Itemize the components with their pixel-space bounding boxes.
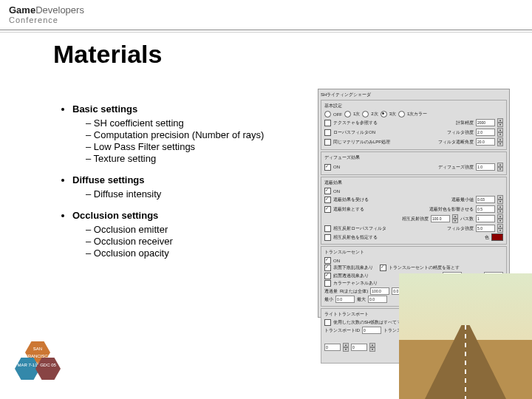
spinner[interactable]: ▴▾	[497, 195, 503, 204]
sub-bullet: Computation precision (Number of rays)	[86, 129, 296, 140]
checkbox[interactable]	[324, 234, 331, 241]
divider	[0, 30, 532, 33]
on-checkbox[interactable]	[324, 164, 331, 171]
radio-label: 1次	[353, 111, 360, 117]
basic-title: 基本設定	[324, 103, 503, 109]
gdc-badge: SAN FRANCISCO CA MAR 7-11 GDC 05	[15, 341, 59, 386]
radio-label: OFF	[333, 112, 342, 117]
chk-label: 遮蔽効果を受ける	[333, 197, 369, 203]
chk-label: カラーチャンネルあり	[333, 280, 378, 287]
field-label: フィルタ遮断角度	[438, 139, 474, 146]
field-label: R(または全体)	[340, 288, 368, 295]
bullet-item: Basic settingsSH coefficient settingComp…	[72, 103, 296, 164]
trans-input[interactable]: 100.0	[370, 287, 389, 295]
field-label: フィルタ強度	[447, 225, 474, 232]
chk-label: 遮蔽対象とする	[333, 206, 364, 213]
field-label: 遮蔽最小値	[451, 197, 474, 203]
spinner[interactable]: ▴▾	[343, 343, 349, 352]
field-label: フィルタ強度	[447, 129, 474, 136]
spinner[interactable]: ▴▾	[369, 343, 375, 352]
basic-group: 基本設定 OFF1次2次3次1次カラー テクスチャを参照する計算精度2000▴▾…	[321, 100, 507, 150]
radio-button[interactable]	[398, 111, 405, 117]
checkbox[interactable]	[324, 319, 331, 326]
panel-top-title: SHライティングシェーダ	[321, 92, 507, 98]
checkbox[interactable]	[324, 120, 331, 126]
brand-conf: Conference	[9, 16, 84, 24]
spinner[interactable]: ▴▾	[497, 128, 503, 137]
on-label: ON	[333, 259, 340, 263]
trans-title: トランスルーセント	[324, 249, 503, 256]
checkbox[interactable]	[324, 280, 331, 287]
angle-input[interactable]: 20.0	[476, 138, 495, 146]
sub-bullet: Diffuse intensity	[86, 188, 296, 200]
chk-label: ローパスフィルタON	[333, 129, 375, 136]
spinner[interactable]: ▴▾	[497, 224, 503, 233]
diffuse-group: ディフューズ効果 ONディフューズ強度1.0▴▾	[321, 151, 507, 175]
checkbox[interactable]	[380, 265, 386, 271]
field-label: 遮蔽対色を影響させる	[429, 206, 474, 213]
brand-game: Game	[9, 4, 35, 16]
spinner[interactable]: ▴▾	[452, 214, 458, 223]
chk-label: 相互反射ローパスフィルタ	[333, 225, 386, 232]
field-label: 透過量	[324, 288, 338, 295]
occl-input[interactable]: 0.5	[476, 205, 495, 213]
radio-label: 2次	[371, 111, 378, 117]
radio-button[interactable]	[362, 111, 369, 117]
field-label: パス数	[460, 216, 474, 222]
field-label: ディフューズ強度	[438, 164, 474, 171]
pass-input[interactable]: 1	[476, 215, 495, 222]
on-label: ON	[333, 189, 340, 194]
spinner[interactable]: ▴▾	[497, 205, 503, 214]
chk-label: 同じマテリアルのみLPF処理	[333, 139, 390, 146]
sub-bullet: Low Pass Filter settings	[86, 141, 296, 152]
filter-input[interactable]: 2.0	[476, 129, 495, 136]
radio-button[interactable]	[344, 111, 351, 117]
field-label: 計算精度	[456, 120, 474, 126]
radio-button[interactable]	[324, 111, 331, 117]
radio-button[interactable]	[381, 111, 387, 117]
sub-bullet: Occlusion emitter	[86, 224, 296, 235]
conference-brand: GameDevelopers Conference	[9, 4, 84, 24]
checkbox[interactable]	[324, 129, 331, 136]
occlusion-title: 遮蔽効果	[324, 180, 503, 186]
checkbox[interactable]	[324, 265, 331, 271]
id-input[interactable]: 0	[362, 327, 381, 334]
occl-input[interactable]: 0.03	[476, 196, 495, 203]
checkbox[interactable]	[324, 139, 331, 146]
color-swatch[interactable]	[491, 233, 503, 241]
sub-bullet: Occlusion opacity	[86, 248, 296, 259]
field-label: 最大	[357, 296, 366, 303]
spinner[interactable]: ▴▾	[497, 118, 503, 127]
field-label: 相互反射強度	[402, 216, 429, 222]
spinner[interactable]: ▴▾	[497, 137, 503, 146]
occlusion-group: 遮蔽効果 ON 遮蔽効果を受ける遮蔽最小値0.03▴▾ 遮蔽対象とする遮蔽対色を…	[321, 177, 507, 245]
color-label: 色	[485, 234, 489, 241]
chk-label: 表面下散乱現象あり	[333, 265, 373, 271]
checkbox[interactable]	[324, 197, 331, 203]
brand-dev: Developers	[35, 4, 84, 16]
page-title: Materials	[53, 40, 162, 69]
on-label: ON	[333, 165, 340, 169]
checkbox[interactable]	[324, 225, 331, 232]
sub-bullet: SH coefficient setting	[86, 117, 296, 129]
precision-input[interactable]: 2000	[476, 119, 495, 126]
bullet-item: Diffuse settingsDiffuse intensity	[72, 174, 296, 200]
checkbox[interactable]	[324, 273, 331, 279]
spinner[interactable]: ▴▾	[497, 214, 503, 223]
radio-label: 1次カラー	[407, 111, 427, 117]
ir-input[interactable]: 100.0	[431, 215, 450, 222]
diffuse-title: ディフューズ効果	[324, 154, 503, 161]
max-input[interactable]: 0.0	[368, 296, 387, 303]
on-checkbox[interactable]	[324, 257, 331, 264]
min-input[interactable]: 0.0	[335, 296, 355, 303]
field-label: 最小	[324, 296, 333, 303]
outline: Basic settingsSH coefficient settingComp…	[59, 103, 296, 269]
lt-input[interactable]: 0	[351, 344, 367, 351]
filter-input[interactable]: 5.0	[476, 225, 495, 232]
radio-label: 3次	[389, 111, 396, 117]
on-checkbox[interactable]	[324, 188, 331, 194]
spinner[interactable]: ▴▾	[497, 163, 503, 171]
checkbox[interactable]	[324, 206, 331, 213]
diffuse-input[interactable]: 1.0	[476, 163, 495, 171]
lt-input[interactable]: 0	[324, 344, 341, 351]
